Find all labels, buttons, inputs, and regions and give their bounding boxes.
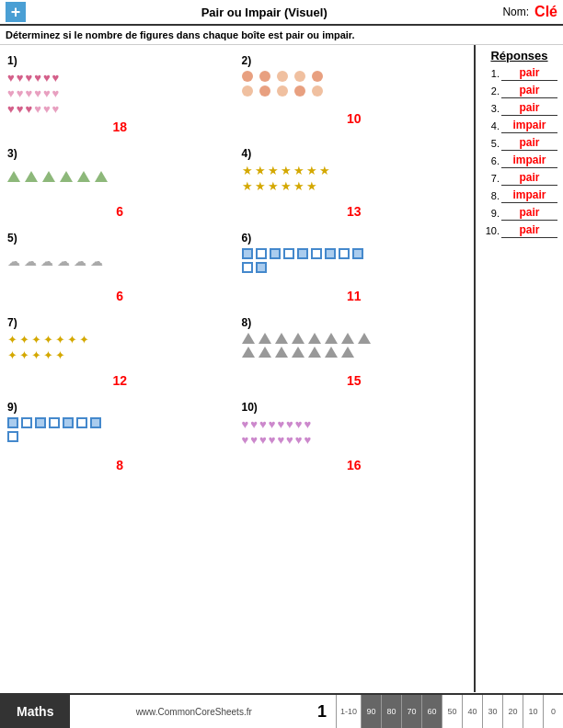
answer-num-9: 9.: [481, 208, 500, 219]
triangle-icon: [77, 171, 90, 182]
problem-10-count: 16: [242, 458, 467, 472]
answer-item-8: 8. impair: [481, 188, 557, 203]
triangle-icon: [25, 171, 38, 182]
heart-violet-icon: ♥: [304, 433, 312, 447]
triangle-gray-icon: [292, 347, 304, 358]
heart-violet-icon: ♥: [277, 417, 284, 431]
square-icon: [21, 417, 32, 428]
problem-8-figures: [242, 333, 467, 370]
heart-pink-icon: ♥: [25, 86, 32, 100]
heart-pink-icon: ♥: [34, 102, 41, 116]
square-icon: [35, 417, 46, 428]
heart-icon: ♥: [7, 102, 15, 116]
square-icon: [63, 417, 74, 428]
answer-num-3: 3.: [481, 103, 500, 114]
answer-value-8: impair: [501, 188, 557, 203]
score-70: 70: [401, 695, 421, 728]
circle-icon: [312, 71, 323, 82]
answer-num-7: 7.: [481, 173, 500, 184]
star-icon: ★: [319, 164, 330, 177]
heart-violet-icon: ♥: [242, 433, 249, 447]
star-icon: ✦: [19, 333, 29, 347]
square-icon: [256, 262, 267, 273]
instructions: Déterminez si le nombre de figures dans …: [0, 26, 563, 45]
heart-icon: ♥: [25, 71, 32, 85]
problem-9-number: 9): [7, 401, 233, 414]
problem-5-count: 6: [7, 289, 233, 303]
heart-icon: ♥: [52, 71, 60, 85]
triangle-gray-icon: [308, 333, 321, 344]
problem-8-count: 15: [242, 373, 467, 388]
star-icon: ✦: [31, 333, 41, 347]
triangle-gray-icon: [242, 333, 255, 344]
problem-2-count: 10: [242, 111, 467, 126]
star-icon: ★: [242, 164, 253, 177]
problem-3-number: 3): [7, 147, 233, 160]
answer-num-10: 10.: [481, 225, 500, 236]
star-icon: ✦: [67, 333, 77, 347]
square-icon: [7, 417, 18, 428]
star-icon: ★: [293, 164, 304, 177]
problem-7-count: 12: [7, 373, 233, 388]
heart-violet-icon: ♥: [286, 433, 293, 447]
answer-value-10: pair: [501, 223, 557, 238]
square-icon: [242, 262, 253, 273]
problem-2-figures: [242, 71, 467, 108]
problems-area: 1) ♥ ♥ ♥ ♥ ♥ ♥ ♥ ♥ ♥ ♥ ♥: [0, 45, 476, 692]
star-icon: ✦: [31, 348, 41, 362]
answer-value-6: impair: [501, 154, 557, 168]
problem-6-number: 6): [242, 232, 467, 245]
circle-icon: [312, 85, 323, 97]
circle-icon: [259, 85, 270, 97]
cloud-icon: ☁: [57, 254, 70, 268]
star-icon: ★: [306, 179, 317, 193]
star-icon: ✦: [43, 333, 53, 347]
triangle-icon: [7, 171, 20, 182]
star-icon: ✦: [19, 348, 29, 362]
answer-item-10: 10. pair: [481, 223, 557, 238]
answer-item-1: 1. pair: [481, 66, 557, 81]
problem-1-figures: ♥ ♥ ♥ ♥ ♥ ♥ ♥ ♥ ♥ ♥ ♥ ♥: [7, 71, 233, 116]
heart-icon: ♥: [7, 71, 15, 85]
answer-num-8: 8.: [481, 190, 500, 201]
heart-icon: ♥: [34, 71, 41, 85]
star-icon: ★: [268, 179, 279, 193]
circle-icon: [259, 71, 270, 82]
answers-sidebar: Réponses 1. pair 2. pair 3. pair 4. impa…: [476, 45, 563, 692]
answer-item-5: 5. pair: [481, 136, 557, 151]
problem-9: 9) 8: [7, 397, 233, 476]
star-icon: ★: [255, 164, 266, 177]
answer-num-6: 6.: [481, 155, 500, 166]
problem-5-number: 5): [7, 232, 233, 245]
answer-value-2: pair: [501, 84, 557, 98]
problem-3-figures: [7, 164, 233, 200]
header: Pair ou Impair (Visuel) Nom: Clé: [0, 0, 563, 26]
heart-pink-icon: ♥: [34, 86, 41, 100]
answer-item-3: 3. pair: [481, 101, 557, 116]
nom-label: Nom:: [502, 6, 529, 18]
circle-icon: [277, 71, 288, 82]
star-icon: ✦: [7, 333, 17, 347]
problem-3-count: 6: [7, 204, 233, 219]
score-60: 60: [421, 695, 442, 728]
triangle-gray-icon: [341, 347, 354, 358]
star-icon: ✦: [55, 348, 65, 362]
problem-2: 2): [242, 51, 467, 138]
problem-10: 10) ♥ ♥ ♥ ♥ ♥ ♥ ♥ ♥ ♥ ♥ ♥: [242, 397, 467, 476]
score-0: 0: [543, 695, 563, 728]
score-50: 50: [442, 695, 462, 728]
heart-violet-icon: ♥: [295, 433, 303, 447]
triangle-gray-icon: [325, 347, 338, 358]
score-20: 20: [502, 695, 523, 728]
star-icon: ★: [281, 164, 292, 177]
triangle-gray-icon: [275, 347, 288, 358]
heart-violet-icon: ♥: [250, 433, 258, 447]
square-icon: [76, 417, 87, 428]
problem-8-number: 8): [242, 316, 467, 329]
heart-violet-icon: ♥: [277, 433, 284, 447]
triangle-gray-icon: [358, 333, 371, 344]
answer-item-2: 2. pair: [481, 84, 557, 98]
triangle-icon: [60, 171, 73, 182]
main-area: 1) ♥ ♥ ♥ ♥ ♥ ♥ ♥ ♥ ♥ ♥ ♥: [0, 45, 563, 692]
problem-grid: 1) ♥ ♥ ♥ ♥ ♥ ♥ ♥ ♥ ♥ ♥ ♥: [7, 51, 466, 476]
